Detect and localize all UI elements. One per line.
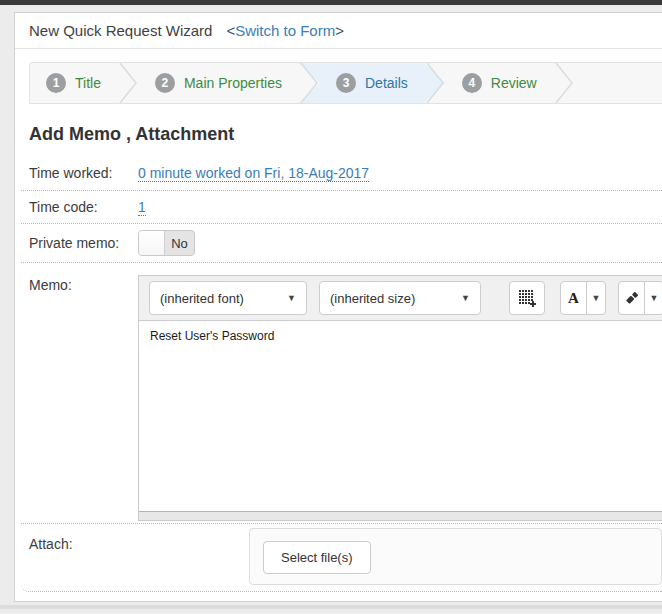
bottom-band bbox=[0, 605, 662, 609]
font-size-value: (inherited size) bbox=[330, 291, 415, 306]
highlight-color-icon bbox=[625, 291, 639, 305]
chevron-separator-icon bbox=[553, 63, 575, 103]
link-bracket: > bbox=[335, 22, 344, 39]
caret-down-icon: ▼ bbox=[287, 293, 296, 303]
attach-label: Attach: bbox=[29, 528, 138, 552]
step-number-badge: 1 bbox=[46, 73, 66, 93]
step-label: Details bbox=[365, 75, 408, 91]
background-color-button[interactable]: ▼ bbox=[618, 281, 662, 315]
time-code-row: Time code: 1 bbox=[21, 191, 662, 224]
chevron-separator-icon bbox=[424, 63, 446, 103]
step-number-badge: 4 bbox=[462, 73, 482, 93]
switch-to-form-label: Switch to Form bbox=[235, 22, 335, 39]
wizard-step-main-properties[interactable]: 2 Main Properties bbox=[139, 63, 298, 103]
memo-editor: (inherited font) ▼ (inherited size) ▼ bbox=[138, 275, 662, 521]
insert-table-button[interactable] bbox=[509, 281, 545, 315]
panel-header: New Quick Request Wizard <Switch to Form… bbox=[15, 13, 662, 49]
wizard-step-review[interactable]: 4 Review bbox=[446, 63, 553, 103]
wizard-step-title[interactable]: 1 Title bbox=[30, 63, 117, 103]
step-label: Title bbox=[75, 75, 101, 91]
wizard-steps: 1 Title 2 Main Properties 3 Details 4 Re… bbox=[29, 62, 662, 104]
attach-dropzone[interactable]: Select file(s) bbox=[249, 528, 662, 585]
step-label: Main Properties bbox=[184, 75, 282, 91]
toggle-state-label: No bbox=[165, 231, 194, 255]
wizard-panel: New Quick Request Wizard <Switch to Form… bbox=[14, 12, 662, 602]
top-window-edge bbox=[0, 0, 662, 5]
details-form: Time worked: 0 minute worked on Fri, 18-… bbox=[21, 156, 662, 592]
time-worked-value-link[interactable]: 0 minute worked on Fri, 18-Aug-2017 bbox=[138, 165, 369, 182]
step-number-badge: 2 bbox=[155, 73, 175, 93]
editor-resize-bar[interactable] bbox=[139, 511, 662, 520]
toggle-knob[interactable] bbox=[139, 231, 165, 255]
memo-editor-toolbar: (inherited font) ▼ (inherited size) ▼ bbox=[139, 276, 662, 321]
private-memo-label: Private memo: bbox=[29, 235, 138, 251]
font-family-dropdown[interactable]: (inherited font) ▼ bbox=[149, 281, 307, 315]
page-title: New Quick Request Wizard bbox=[29, 22, 212, 39]
table-grid-icon bbox=[519, 290, 536, 307]
font-color-glyph[interactable]: A bbox=[561, 282, 587, 314]
step-number-badge: 3 bbox=[336, 73, 356, 93]
caret-down-icon[interactable]: ▼ bbox=[587, 282, 605, 314]
chevron-separator-icon bbox=[117, 63, 139, 103]
select-files-button[interactable]: Select file(s) bbox=[263, 541, 371, 574]
private-memo-toggle[interactable]: No bbox=[138, 230, 195, 256]
page: New Quick Request Wizard <Switch to Form… bbox=[0, 0, 662, 614]
chevron-separator-icon bbox=[298, 63, 320, 103]
private-memo-row: Private memo: No bbox=[21, 224, 662, 263]
step-label: Review bbox=[491, 75, 537, 91]
link-bracket: < bbox=[226, 22, 235, 39]
memo-row: Memo: (inherited font) ▼ (inherited size… bbox=[21, 263, 662, 524]
caret-down-icon[interactable]: ▼ bbox=[645, 282, 662, 314]
time-code-value-link[interactable]: 1 bbox=[138, 199, 146, 216]
memo-content[interactable]: Reset User's Password bbox=[139, 321, 662, 511]
font-size-dropdown[interactable]: (inherited size) ▼ bbox=[319, 281, 481, 315]
time-worked-label: Time worked: bbox=[29, 165, 138, 181]
switch-to-form-link[interactable]: <Switch to Form> bbox=[226, 22, 344, 39]
page-heading: Add Memo , Attachment bbox=[29, 124, 662, 145]
attach-row: Attach: Select file(s) bbox=[21, 524, 662, 592]
memo-text: Reset User's Password bbox=[150, 329, 274, 343]
font-color-button[interactable]: A ▼ bbox=[560, 281, 606, 315]
caret-down-icon: ▼ bbox=[461, 293, 470, 303]
font-family-value: (inherited font) bbox=[160, 291, 244, 306]
time-code-label: Time code: bbox=[29, 199, 138, 215]
memo-label: Memo: bbox=[29, 275, 138, 293]
time-worked-row: Time worked: 0 minute worked on Fri, 18-… bbox=[21, 156, 662, 191]
